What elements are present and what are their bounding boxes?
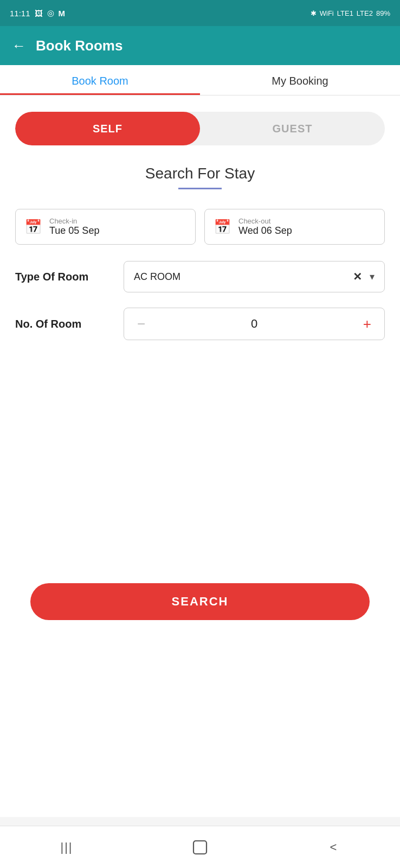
guest-toggle-button[interactable]: GUEST (200, 112, 385, 145)
room-type-value: AC ROOM (134, 271, 180, 283)
photo-icon: 🖼 (35, 9, 43, 18)
checkout-field[interactable]: 📅 Check-out Wed 06 Sep (204, 209, 385, 245)
room-type-select[interactable]: AC ROOM ✕ ▾ (124, 261, 385, 292)
tabs-container: Book Room My Booking (0, 65, 400, 95)
nav-back-icon[interactable]: < (317, 837, 350, 858)
status-time: 11:11 (10, 9, 30, 18)
room-count-plus-button[interactable]: + (358, 315, 377, 333)
tab-book-room[interactable]: Book Room (0, 65, 200, 95)
search-title-underline (178, 188, 222, 189)
room-type-clear-icon[interactable]: ✕ (353, 270, 362, 283)
checkout-label: Check-out (238, 217, 292, 225)
status-bar: 11:11 🖼 ◎ M ✱ WiFi LTE1 LTE2 89% (0, 0, 400, 26)
checkout-value: Wed 06 Sep (238, 225, 292, 236)
self-toggle-button[interactable]: SELF (15, 112, 200, 145)
tab-my-booking[interactable]: My Booking (200, 65, 400, 95)
search-button-container: SEARCH (15, 572, 385, 633)
signal-lte2-icon: LTE2 (357, 9, 373, 17)
checkin-calendar-icon: 📅 (24, 219, 42, 235)
search-button[interactable]: SEARCH (30, 583, 370, 620)
status-left: 11:11 🖼 ◎ M (10, 8, 65, 18)
top-bar: ← Book Rooms (0, 26, 400, 65)
vpn-icon: ◎ (47, 8, 54, 18)
room-count-label: No. Of Room (15, 318, 124, 330)
room-count-row: No. Of Room − 0 + (15, 308, 385, 340)
checkin-value: Tue 05 Sep (49, 225, 99, 236)
nav-menu-icon[interactable]: ||| (50, 837, 83, 858)
svg-rect-0 (193, 841, 207, 854)
room-count-stepper: − 0 + (124, 308, 385, 340)
nav-home-icon[interactable] (184, 837, 216, 858)
checkin-field[interactable]: 📅 Check-in Tue 05 Sep (15, 209, 196, 245)
search-title-section: Search For Stay (15, 165, 385, 189)
nav-bar: ||| < (0, 826, 400, 868)
room-type-dropdown-icon[interactable]: ▾ (370, 271, 375, 283)
checkin-label: Check-in (49, 217, 99, 225)
search-title: Search For Stay (15, 165, 385, 182)
room-count-minus-button[interactable]: − (132, 315, 151, 333)
self-guest-toggle[interactable]: SELF GUEST (15, 112, 385, 145)
page-title: Book Rooms (36, 37, 122, 54)
m-icon: M (59, 9, 66, 18)
bluetooth-icon: ✱ (311, 9, 317, 17)
signal-lte1-icon: LTE1 (337, 9, 353, 17)
room-type-icons: ✕ ▾ (353, 270, 375, 283)
checkin-content: Check-in Tue 05 Sep (49, 217, 99, 237)
room-type-row: Type Of Room AC ROOM ✕ ▾ (15, 261, 385, 292)
room-type-label: Type Of Room (15, 271, 124, 283)
content-spacer (15, 355, 385, 572)
battery-label: 89% (376, 9, 390, 17)
date-row: 📅 Check-in Tue 05 Sep 📅 Check-out Wed 06… (15, 209, 385, 245)
content-area: SELF GUEST Search For Stay 📅 Check-in Tu… (0, 95, 400, 817)
room-count-value: 0 (251, 317, 257, 331)
status-right: ✱ WiFi LTE1 LTE2 89% (311, 9, 390, 17)
checkout-calendar-icon: 📅 (214, 219, 231, 235)
checkout-content: Check-out Wed 06 Sep (238, 217, 292, 237)
wifi-icon: WiFi (320, 9, 334, 17)
back-button[interactable]: ← (12, 37, 26, 54)
